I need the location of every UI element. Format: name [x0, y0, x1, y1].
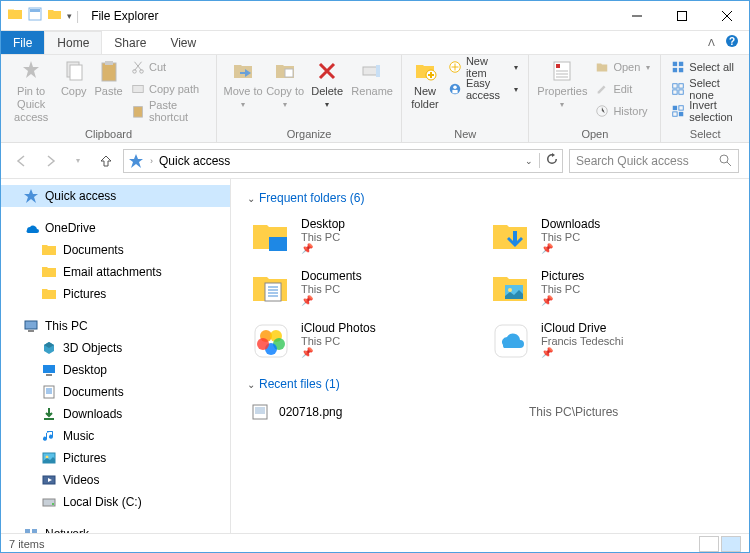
sidebar-item-localdisk[interactable]: Local Disk (C:) [1, 491, 230, 513]
maximize-button[interactable] [659, 1, 704, 30]
svg-rect-25 [673, 62, 677, 66]
new-item-button[interactable]: New item▾ [444, 57, 523, 77]
window-title: File Explorer [91, 9, 158, 23]
cut-button[interactable]: Cut [127, 57, 210, 77]
history-button[interactable]: History [591, 101, 654, 121]
select-all-button[interactable]: Select all [667, 57, 743, 77]
paste-button[interactable]: Paste [92, 57, 125, 98]
select-none-button[interactable]: Select none [667, 79, 743, 99]
new-folder-button[interactable]: New folder [408, 57, 442, 111]
refresh-icon[interactable] [539, 153, 558, 168]
tab-share[interactable]: Share [102, 31, 158, 54]
sidebar-item-documents[interactable]: Documents [1, 381, 230, 403]
status-bar: 7 items [1, 533, 749, 553]
folder-name: iCloud Drive [541, 321, 623, 335]
svg-line-38 [727, 162, 731, 166]
tab-view[interactable]: View [158, 31, 208, 54]
svg-rect-30 [679, 84, 683, 88]
svg-point-22 [453, 86, 457, 90]
qat-properties-icon[interactable] [27, 6, 43, 25]
folder-item-pictures[interactable]: PicturesThis PC📌 [487, 265, 707, 313]
sidebar-item-3dobjects[interactable]: 3D Objects [1, 337, 230, 359]
folder-item-documents[interactable]: DocumentsThis PC📌 [247, 265, 467, 313]
copy-button[interactable]: Copy [57, 57, 90, 98]
svg-rect-15 [134, 107, 143, 118]
folder-sub: This PC [301, 283, 362, 295]
edit-button[interactable]: Edit [591, 79, 654, 99]
sidebar-item-pictures[interactable]: Pictures [1, 447, 230, 469]
svg-rect-34 [679, 106, 683, 110]
sidebar-item-downloads[interactable]: Downloads [1, 403, 230, 425]
frequent-folders-header[interactable]: ⌄Frequent folders (6) [247, 191, 733, 205]
sidebar-item-quick-access[interactable]: Quick access [1, 185, 230, 207]
copy-path-button[interactable]: Copy path [127, 79, 210, 99]
svg-rect-44 [44, 418, 54, 420]
titlebar: ▾ | File Explorer [1, 1, 749, 31]
svg-point-37 [720, 155, 728, 163]
minimize-button[interactable] [614, 1, 659, 30]
folder-item-desktop[interactable]: DesktopThis PC📌 [247, 213, 467, 261]
copy-to-button[interactable]: Copy to▾ [265, 57, 305, 110]
svg-rect-54 [265, 283, 281, 301]
svg-rect-43 [44, 386, 54, 398]
svg-rect-1 [30, 9, 40, 12]
sidebar-item-videos[interactable]: Videos [1, 469, 230, 491]
sidebar-item-od-pictures[interactable]: Pictures [1, 283, 230, 305]
forward-button[interactable] [39, 150, 61, 172]
sidebar-item-desktop[interactable]: Desktop [1, 359, 230, 381]
properties-button[interactable]: Properties▾ [535, 57, 589, 110]
svg-rect-51 [32, 529, 37, 533]
view-details-button[interactable] [699, 536, 719, 552]
recent-file-row[interactable]: 020718.png This PC\Pictures [247, 399, 733, 425]
back-button[interactable] [11, 150, 33, 172]
search-input[interactable]: Search Quick access [569, 149, 739, 173]
qat-newfolder-icon[interactable] [47, 6, 63, 25]
ribbon-group-open: Properties▾ Open▾ Edit History Open [529, 55, 661, 142]
sidebar-item-network[interactable]: Network [1, 523, 230, 533]
rename-button[interactable]: Rename [349, 57, 395, 98]
svg-rect-40 [28, 330, 34, 332]
open-button[interactable]: Open▾ [591, 57, 654, 77]
folder-item-downloads[interactable]: DownloadsThis PC📌 [487, 213, 707, 261]
delete-button[interactable]: Delete▾ [307, 57, 347, 110]
svg-rect-27 [673, 68, 677, 72]
search-icon [719, 154, 732, 167]
ribbon-tabs: File Home Share View ᐱ ? [1, 31, 749, 55]
sidebar-item-thispc[interactable]: This PC [1, 315, 230, 337]
up-button[interactable] [95, 150, 117, 172]
easy-access-button[interactable]: Easy access▾ [444, 79, 523, 99]
folder-item-iclouddrive[interactable]: iCloud DriveFrancis Tedeschi📌 [487, 317, 707, 365]
recent-files-header[interactable]: ⌄Recent files (1) [247, 377, 733, 391]
sidebar-item-music[interactable]: Music [1, 425, 230, 447]
folder-sub: This PC [541, 231, 600, 243]
nav-sidebar: Quick access OneDrive Documents Email at… [1, 179, 231, 533]
folder-name: iCloud Photos [301, 321, 376, 335]
svg-rect-31 [673, 90, 677, 94]
invert-selection-button[interactable]: Invert selection [667, 101, 743, 121]
paste-shortcut-button[interactable]: Paste shortcut [127, 101, 210, 121]
main-content: ⌄Frequent folders (6) DesktopThis PC📌Dow… [231, 179, 749, 533]
tab-file[interactable]: File [1, 31, 44, 54]
address-path[interactable]: › Quick access ⌄ [123, 149, 563, 173]
sidebar-item-onedrive[interactable]: OneDrive [1, 217, 230, 239]
sidebar-item-od-email[interactable]: Email attachments [1, 261, 230, 283]
folder-name: Downloads [541, 217, 600, 231]
pin-icon: 📌 [301, 243, 345, 254]
svg-rect-32 [679, 90, 683, 94]
close-button[interactable] [704, 1, 749, 30]
tab-home[interactable]: Home [44, 31, 102, 54]
recent-locations-button[interactable]: ▾ [67, 150, 89, 172]
qat-dropdown-icon[interactable]: ▾ [67, 11, 72, 21]
help-icon[interactable]: ? [725, 34, 739, 51]
folder-sub: This PC [541, 283, 584, 295]
folder-item-icloudphotos[interactable]: iCloud PhotosThis PC📌 [247, 317, 467, 365]
view-icons-button[interactable] [721, 536, 741, 552]
pin-quick-access-button[interactable]: Pin to Quick access [7, 57, 55, 125]
svg-point-62 [257, 338, 269, 350]
recent-file-path: This PC\Pictures [529, 405, 729, 419]
ribbon: Pin to Quick access Copy Paste Cut Copy … [1, 55, 749, 143]
folder-sub: This PC [301, 335, 376, 347]
sidebar-item-od-documents[interactable]: Documents [1, 239, 230, 261]
move-to-button[interactable]: Move to▾ [223, 57, 263, 110]
ribbon-collapse-icon[interactable]: ᐱ [708, 37, 715, 48]
